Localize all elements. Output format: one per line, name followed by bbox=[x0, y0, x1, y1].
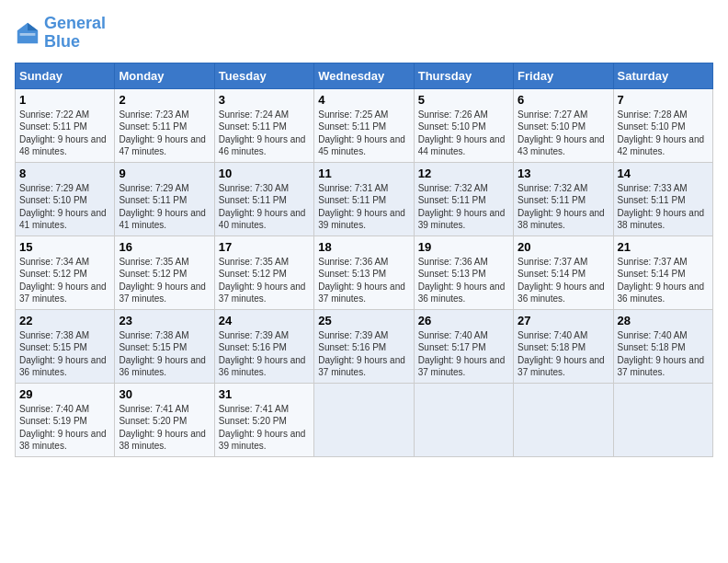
calendar-cell: 5 Sunrise: 7:26 AM Sunset: 5:10 PM Dayli… bbox=[414, 88, 513, 162]
day-number: 14 bbox=[618, 167, 709, 180]
day-info: Sunrise: 7:32 AM Sunset: 5:11 PM Dayligh… bbox=[518, 182, 609, 232]
calendar-cell: 13 Sunrise: 7:32 AM Sunset: 5:11 PM Dayl… bbox=[514, 162, 613, 236]
day-info: Sunrise: 7:39 AM Sunset: 5:16 PM Dayligh… bbox=[219, 329, 310, 379]
day-number: 22 bbox=[19, 314, 110, 327]
calendar-cell: 24 Sunrise: 7:39 AM Sunset: 5:16 PM Dayl… bbox=[214, 309, 313, 383]
day-number: 16 bbox=[119, 240, 210, 254]
calendar-cell: 8 Sunrise: 7:29 AM Sunset: 5:10 PM Dayli… bbox=[16, 162, 115, 236]
day-number: 11 bbox=[318, 167, 409, 180]
calendar-cell bbox=[613, 383, 712, 456]
day-info: Sunrise: 7:27 AM Sunset: 5:10 PM Dayligh… bbox=[518, 109, 609, 158]
day-info: Sunrise: 7:40 AM Sunset: 5:17 PM Dayligh… bbox=[418, 329, 509, 379]
calendar-cell: 20 Sunrise: 7:37 AM Sunset: 5:14 PM Dayl… bbox=[514, 236, 613, 309]
day-number: 2 bbox=[119, 93, 210, 107]
day-info: Sunrise: 7:23 AM Sunset: 5:11 PM Dayligh… bbox=[119, 109, 210, 158]
day-info: Sunrise: 7:39 AM Sunset: 5:16 PM Dayligh… bbox=[318, 329, 409, 379]
day-info: Sunrise: 7:25 AM Sunset: 5:11 PM Dayligh… bbox=[318, 109, 409, 158]
calendar-cell: 26 Sunrise: 7:40 AM Sunset: 5:17 PM Dayl… bbox=[414, 309, 513, 383]
calendar-cell: 7 Sunrise: 7:28 AM Sunset: 5:10 PM Dayli… bbox=[613, 88, 712, 162]
calendar-cell: 12 Sunrise: 7:32 AM Sunset: 5:11 PM Dayl… bbox=[414, 162, 513, 236]
calendar-cell: 11 Sunrise: 7:31 AM Sunset: 5:11 PM Dayl… bbox=[314, 162, 414, 236]
day-info: Sunrise: 7:28 AM Sunset: 5:10 PM Dayligh… bbox=[618, 109, 709, 158]
day-info: Sunrise: 7:26 AM Sunset: 5:10 PM Dayligh… bbox=[418, 109, 509, 158]
calendar-cell: 28 Sunrise: 7:40 AM Sunset: 5:18 PM Dayl… bbox=[613, 309, 712, 383]
day-number: 4 bbox=[318, 93, 409, 107]
calendar-cell: 14 Sunrise: 7:33 AM Sunset: 5:11 PM Dayl… bbox=[613, 162, 712, 236]
calendar-cell: 25 Sunrise: 7:39 AM Sunset: 5:16 PM Dayl… bbox=[314, 309, 414, 383]
day-number: 3 bbox=[219, 93, 310, 107]
weekday-header-monday: Monday bbox=[115, 63, 214, 88]
day-info: Sunrise: 7:38 AM Sunset: 5:15 PM Dayligh… bbox=[119, 329, 210, 379]
calendar-cell: 19 Sunrise: 7:36 AM Sunset: 5:13 PM Dayl… bbox=[414, 236, 513, 309]
day-info: Sunrise: 7:38 AM Sunset: 5:15 PM Dayligh… bbox=[19, 329, 110, 379]
weekday-header-thursday: Thursday bbox=[414, 63, 513, 88]
weekday-header-friday: Friday bbox=[514, 63, 613, 88]
day-info: Sunrise: 7:37 AM Sunset: 5:14 PM Dayligh… bbox=[518, 256, 609, 305]
day-number: 21 bbox=[618, 240, 709, 254]
weekday-header-sunday: Sunday bbox=[16, 63, 115, 88]
day-info: Sunrise: 7:35 AM Sunset: 5:12 PM Dayligh… bbox=[119, 256, 210, 305]
day-info: Sunrise: 7:24 AM Sunset: 5:11 PM Dayligh… bbox=[219, 109, 310, 158]
day-info: Sunrise: 7:32 AM Sunset: 5:11 PM Dayligh… bbox=[418, 182, 509, 232]
calendar-cell: 30 Sunrise: 7:41 AM Sunset: 5:20 PM Dayl… bbox=[115, 383, 214, 456]
day-number: 28 bbox=[618, 314, 709, 327]
calendar-cell: 10 Sunrise: 7:30 AM Sunset: 5:11 PM Dayl… bbox=[214, 162, 313, 236]
calendar-cell: 17 Sunrise: 7:35 AM Sunset: 5:12 PM Dayl… bbox=[214, 236, 313, 309]
logo: General Blue bbox=[15, 15, 106, 52]
day-number: 6 bbox=[518, 93, 609, 107]
calendar-cell: 3 Sunrise: 7:24 AM Sunset: 5:11 PM Dayli… bbox=[214, 88, 313, 162]
calendar-cell: 1 Sunrise: 7:22 AM Sunset: 5:11 PM Dayli… bbox=[16, 88, 115, 162]
day-number: 15 bbox=[19, 240, 110, 254]
weekday-header-saturday: Saturday bbox=[613, 63, 712, 88]
day-info: Sunrise: 7:35 AM Sunset: 5:12 PM Dayligh… bbox=[219, 256, 310, 305]
weekday-header-tuesday: Tuesday bbox=[214, 63, 313, 88]
day-number: 10 bbox=[219, 167, 310, 180]
svg-marker-1 bbox=[28, 23, 38, 30]
day-info: Sunrise: 7:40 AM Sunset: 5:19 PM Dayligh… bbox=[19, 403, 110, 453]
day-number: 19 bbox=[418, 240, 509, 254]
calendar-cell: 21 Sunrise: 7:37 AM Sunset: 5:14 PM Dayl… bbox=[613, 236, 712, 309]
calendar-cell: 22 Sunrise: 7:38 AM Sunset: 5:15 PM Dayl… bbox=[16, 309, 115, 383]
day-info: Sunrise: 7:30 AM Sunset: 5:11 PM Dayligh… bbox=[219, 182, 310, 232]
calendar-cell: 23 Sunrise: 7:38 AM Sunset: 5:15 PM Dayl… bbox=[115, 309, 214, 383]
day-number: 23 bbox=[119, 314, 210, 327]
day-info: Sunrise: 7:41 AM Sunset: 5:20 PM Dayligh… bbox=[219, 403, 310, 453]
day-number: 30 bbox=[119, 387, 210, 401]
day-info: Sunrise: 7:29 AM Sunset: 5:10 PM Dayligh… bbox=[19, 182, 110, 232]
day-info: Sunrise: 7:37 AM Sunset: 5:14 PM Dayligh… bbox=[618, 256, 709, 305]
logo-icon bbox=[15, 20, 40, 46]
day-number: 24 bbox=[219, 314, 310, 327]
day-number: 26 bbox=[418, 314, 509, 327]
day-info: Sunrise: 7:36 AM Sunset: 5:13 PM Dayligh… bbox=[318, 256, 409, 305]
day-number: 9 bbox=[119, 167, 210, 180]
calendar-table: SundayMondayTuesdayWednesdayThursdayFrid… bbox=[15, 63, 713, 457]
calendar-cell: 16 Sunrise: 7:35 AM Sunset: 5:12 PM Dayl… bbox=[115, 236, 214, 309]
calendar-cell bbox=[314, 383, 414, 456]
day-number: 5 bbox=[418, 93, 509, 107]
weekday-header-wednesday: Wednesday bbox=[314, 63, 414, 88]
page-header: General Blue bbox=[15, 15, 713, 52]
calendar-cell bbox=[414, 383, 513, 456]
day-info: Sunrise: 7:33 AM Sunset: 5:11 PM Dayligh… bbox=[618, 182, 709, 232]
day-info: Sunrise: 7:36 AM Sunset: 5:13 PM Dayligh… bbox=[418, 256, 509, 305]
calendar-cell: 18 Sunrise: 7:36 AM Sunset: 5:13 PM Dayl… bbox=[314, 236, 414, 309]
calendar-cell: 9 Sunrise: 7:29 AM Sunset: 5:11 PM Dayli… bbox=[115, 162, 214, 236]
day-info: Sunrise: 7:40 AM Sunset: 5:18 PM Dayligh… bbox=[518, 329, 609, 379]
day-info: Sunrise: 7:31 AM Sunset: 5:11 PM Dayligh… bbox=[318, 182, 409, 232]
calendar-cell bbox=[514, 383, 613, 456]
calendar-cell: 31 Sunrise: 7:41 AM Sunset: 5:20 PM Dayl… bbox=[214, 383, 313, 456]
calendar-cell: 2 Sunrise: 7:23 AM Sunset: 5:11 PM Dayli… bbox=[115, 88, 214, 162]
day-number: 20 bbox=[518, 240, 609, 254]
svg-rect-2 bbox=[20, 33, 36, 36]
day-info: Sunrise: 7:34 AM Sunset: 5:12 PM Dayligh… bbox=[19, 256, 110, 305]
day-number: 12 bbox=[418, 167, 509, 180]
calendar-cell: 27 Sunrise: 7:40 AM Sunset: 5:18 PM Dayl… bbox=[514, 309, 613, 383]
calendar-cell: 29 Sunrise: 7:40 AM Sunset: 5:19 PM Dayl… bbox=[16, 383, 115, 456]
day-info: Sunrise: 7:40 AM Sunset: 5:18 PM Dayligh… bbox=[618, 329, 709, 379]
calendar-cell: 6 Sunrise: 7:27 AM Sunset: 5:10 PM Dayli… bbox=[514, 88, 613, 162]
day-info: Sunrise: 7:29 AM Sunset: 5:11 PM Dayligh… bbox=[119, 182, 210, 232]
day-number: 13 bbox=[518, 167, 609, 180]
day-number: 25 bbox=[318, 314, 409, 327]
day-number: 1 bbox=[19, 93, 110, 107]
logo-text: General Blue bbox=[44, 15, 106, 52]
